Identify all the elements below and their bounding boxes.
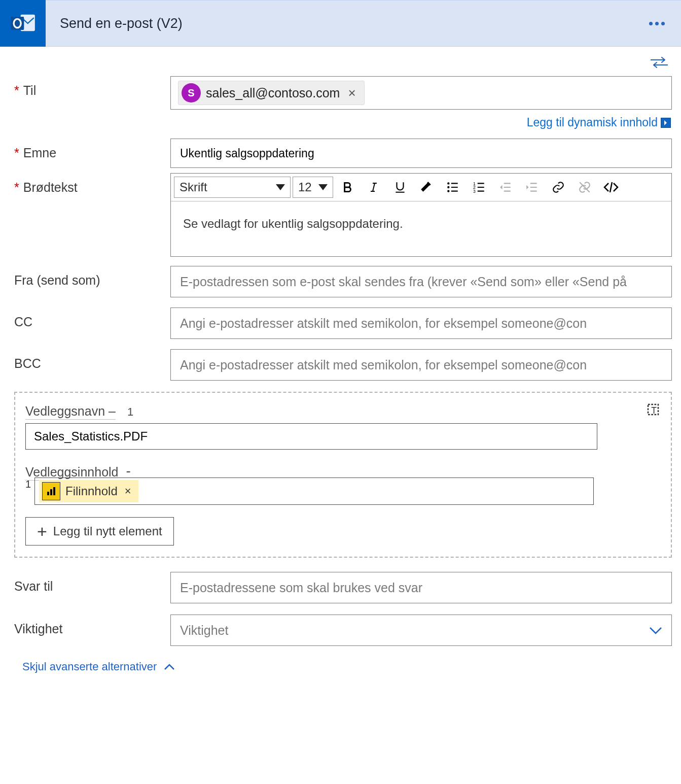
- from-label-text: Fra (send som): [14, 273, 100, 288]
- subject-label-text: Emne: [23, 146, 56, 160]
- bcc-input[interactable]: [170, 349, 672, 381]
- importance-select[interactable]: Viktighet: [170, 615, 672, 646]
- required-star-icon: *: [14, 83, 19, 98]
- font-select[interactable]: Skrift: [174, 177, 291, 198]
- italic-button[interactable]: [362, 177, 386, 198]
- cc-label-text: CC: [14, 315, 32, 329]
- importance-label: Viktighet: [14, 615, 170, 636]
- importance-label-text: Viktighet: [14, 622, 62, 636]
- reply-to-label: Svar til: [14, 572, 170, 594]
- font-select-value: Skrift: [180, 180, 207, 194]
- hide-advanced-label: Skjul avanserte alternativer: [22, 660, 157, 673]
- chevron-down-icon: [276, 184, 285, 190]
- indent-button[interactable]: [520, 177, 544, 198]
- header-more-button[interactable]: [640, 22, 681, 25]
- remove-chip-button[interactable]: ×: [345, 85, 359, 101]
- attachment-name-input[interactable]: [25, 423, 597, 450]
- body-label: * Brødtekst: [14, 173, 170, 195]
- body-editor: Skrift 12 123: [170, 173, 672, 257]
- recipient-chip[interactable]: S sales_all@contoso.com ×: [178, 81, 365, 105]
- svg-point-6: [447, 190, 449, 192]
- bullet-list-button[interactable]: [441, 177, 465, 198]
- reply-to-label-text: Svar til: [14, 579, 53, 594]
- from-input[interactable]: [170, 266, 672, 297]
- add-item-label: Legg til nytt element: [53, 524, 162, 538]
- bcc-label-text: BCC: [14, 356, 41, 371]
- to-label: * Til: [14, 76, 170, 98]
- from-label: Fra (send som): [14, 266, 170, 288]
- attachment-name-index: 1: [119, 405, 133, 418]
- font-size-value: 12: [298, 180, 312, 194]
- body-label-text: Brødtekst: [23, 180, 78, 195]
- font-size-select[interactable]: 12: [293, 177, 333, 198]
- svg-point-5: [447, 186, 449, 188]
- number-list-button[interactable]: 123: [467, 177, 491, 198]
- chevron-down-icon: [649, 623, 662, 638]
- remove-token-button[interactable]: ×: [123, 485, 133, 498]
- to-label-text: Til: [23, 83, 36, 98]
- dash-icon: -: [122, 463, 130, 479]
- plus-icon: +: [37, 523, 47, 540]
- attachments-section: Vedleggsnavn – 1 T Vedleggsinnhold - 1 F…: [14, 392, 672, 558]
- subject-input[interactable]: [170, 139, 672, 168]
- attachment-content-index: 1: [25, 478, 34, 490]
- link-button[interactable]: [546, 177, 570, 198]
- token-label: Filinnhold: [65, 484, 118, 498]
- outdent-button[interactable]: [493, 177, 518, 198]
- recipient-email: sales_all@contoso.com: [206, 86, 340, 100]
- reply-to-input[interactable]: [170, 572, 672, 603]
- svg-rect-13: [50, 489, 52, 495]
- dynamic-content-icon[interactable]: [661, 118, 671, 128]
- chevron-up-icon: [164, 660, 175, 673]
- avatar: S: [182, 83, 201, 103]
- attachment-name-label: Vedleggsnavn –: [25, 404, 116, 420]
- add-dynamic-content-link[interactable]: Legg til dynamisk innhold: [527, 116, 658, 129]
- cc-input[interactable]: [170, 308, 672, 339]
- action-header: Send en e-post (V2): [0, 0, 681, 47]
- switch-mode-icon[interactable]: T: [646, 402, 661, 420]
- file-content-token[interactable]: Filinnhold ×: [39, 480, 138, 502]
- text-color-button[interactable]: [414, 177, 439, 198]
- outlook-icon: [0, 0, 46, 47]
- swap-icon[interactable]: [651, 57, 668, 70]
- importance-placeholder: Viktighet: [180, 623, 228, 638]
- add-item-button[interactable]: + Legg til nytt element: [25, 517, 174, 546]
- attachment-content-input[interactable]: Filinnhold ×: [34, 478, 594, 505]
- powerbi-icon: [42, 482, 60, 500]
- subject-label: * Emne: [14, 139, 170, 160]
- bold-button[interactable]: [335, 177, 360, 198]
- unlink-button[interactable]: [572, 177, 597, 198]
- to-input[interactable]: S sales_all@contoso.com ×: [170, 76, 672, 110]
- svg-rect-12: [47, 492, 49, 495]
- cc-label: CC: [14, 308, 170, 329]
- svg-text:T: T: [651, 405, 657, 416]
- dot-icon: [655, 22, 659, 25]
- svg-text:3: 3: [473, 189, 476, 194]
- svg-point-4: [447, 182, 449, 184]
- underline-button[interactable]: [388, 177, 412, 198]
- svg-rect-14: [53, 487, 55, 495]
- required-star-icon: *: [14, 180, 19, 195]
- body-text[interactable]: Se vedlagt for ukentlig salgsoppdatering…: [171, 201, 671, 256]
- chevron-down-icon: [318, 184, 328, 190]
- required-star-icon: *: [14, 146, 19, 160]
- code-view-button[interactable]: [599, 177, 623, 198]
- rte-toolbar: Skrift 12 123: [171, 174, 671, 201]
- hide-advanced-link[interactable]: Skjul avanserte alternativer: [22, 660, 672, 673]
- action-title: Send en e-post (V2): [46, 16, 640, 31]
- bcc-label: BCC: [14, 349, 170, 371]
- dot-icon: [649, 22, 653, 25]
- dot-icon: [661, 22, 665, 25]
